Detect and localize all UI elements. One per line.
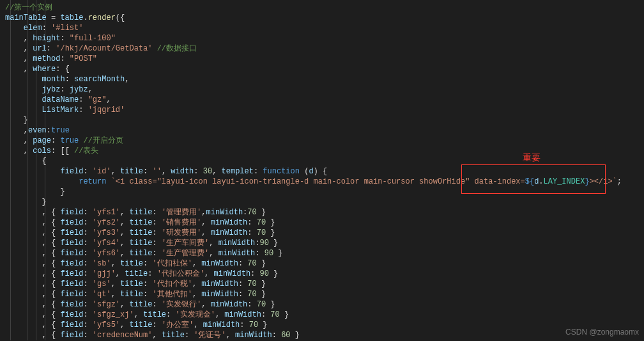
- code-line[interactable]: , page: true //开启分页: [0, 136, 644, 146]
- code-line[interactable]: , where: {: [0, 64, 644, 74]
- code-line[interactable]: , { field: 'gs', title: '代扣个税', minWidth…: [0, 279, 644, 289]
- watermark: CSDN @zongmaomx: [565, 327, 639, 337]
- code-line[interactable]: }: [0, 197, 644, 207]
- code-line[interactable]: , height: "full-100": [0, 33, 644, 44]
- code-line[interactable]: , { field: 'yfs3', title: '研发费用', minWid…: [0, 228, 644, 238]
- code-line[interactable]: mainTable = table.render({: [0, 13, 644, 23]
- code-line[interactable]: field: 'id', title: '', width: 30, templ…: [0, 166, 644, 177]
- code-line[interactable]: , { field: 'yfs5', title: '办公室', minWidt…: [0, 320, 644, 330]
- code-line[interactable]: ,even:true: [0, 125, 644, 136]
- code-line[interactable]: , { field: 'yfs4', title: '生产车间费', minWi…: [0, 238, 644, 248]
- code-line[interactable]: , method: "POST": [0, 54, 644, 64]
- code-line[interactable]: }: [0, 115, 644, 125]
- code-line[interactable]: , { field: 'qt', title: '其他代扣', minWidth…: [0, 289, 644, 299]
- code-line[interactable]: , { field: 'sfgz', title: '实发银行', minWid…: [0, 299, 644, 310]
- code-editor[interactable]: //第一个实例 mainTable = table.render({ elem:…: [0, 0, 644, 340]
- code-line[interactable]: }: [0, 187, 644, 197]
- code-line[interactable]: , cols: [[ //表头: [0, 146, 644, 156]
- code-line[interactable]: month: searchMonth,: [0, 74, 644, 84]
- code-line[interactable]: , { field: 'yfs2', title: '销售费用', minWid…: [0, 218, 644, 228]
- code-line[interactable]: jybz: jybz,: [0, 84, 644, 95]
- code-line[interactable]: , { field: 'gjj', title: '代扣公积金', minWid…: [0, 269, 644, 279]
- code-line[interactable]: elem: '#list': [0, 23, 644, 33]
- code-line[interactable]: dataName: "gz",: [0, 95, 644, 105]
- code-line[interactable]: , { field: 'yfs1', title: '管理费用',minWidt…: [0, 207, 644, 218]
- annotation-label: 重要: [523, 152, 540, 163]
- code-line[interactable]: , { field: 'yfs6', title: '生产管理费', minWi…: [0, 248, 644, 258]
- code-line[interactable]: {: [0, 156, 644, 166]
- code-line[interactable]: , { field: 'sb', title: '代扣社保', minWidth…: [0, 258, 644, 269]
- code-line[interactable]: ListMark: 'jqgrid': [0, 105, 644, 115]
- code-line[interactable]: , url: '/hkj/Acount/GetData' //数据接口: [0, 44, 644, 54]
- code-line[interactable]: //第一个实例: [0, 3, 644, 13]
- code-line[interactable]: return `<i class="layui-icon layui-icon-…: [0, 177, 644, 187]
- code-line[interactable]: , { field: 'credenceNum', title: '凭证号', …: [0, 330, 644, 340]
- code-line[interactable]: , { field: 'sfgz_xj', title: '实发现金', min…: [0, 310, 644, 320]
